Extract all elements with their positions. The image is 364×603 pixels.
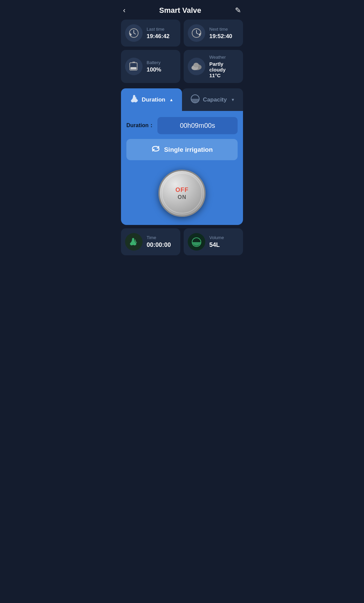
tab-duration[interactable]: Duration ▲ bbox=[121, 88, 182, 111]
next-time-content: Next time 19:52:40 bbox=[209, 27, 232, 40]
next-time-card: Next time 19:52:40 bbox=[184, 20, 243, 47]
last-time-card: Last time 19:46:42 bbox=[121, 20, 180, 47]
weather-value: Partly cloudy 11°C bbox=[209, 61, 238, 78]
capacity-arrow: ▼ bbox=[231, 97, 235, 102]
svg-rect-4 bbox=[130, 67, 136, 69]
duration-label: Duration： bbox=[126, 122, 154, 129]
tab-section: Duration ▲ Capacity ▼ bbox=[121, 88, 243, 111]
irrigation-cycle-icon bbox=[151, 145, 160, 154]
next-time-icon bbox=[188, 24, 205, 42]
battery-icon bbox=[125, 58, 143, 75]
weather-content: Weather Partly cloudy 11°C bbox=[209, 55, 238, 78]
battery-label: Battery bbox=[147, 60, 161, 65]
header: ‹ Smart Valve ✎ bbox=[116, 0, 248, 20]
time-icon bbox=[125, 233, 143, 251]
back-button[interactable]: ‹ bbox=[123, 6, 125, 15]
page-title: Smart Valve bbox=[159, 6, 201, 15]
duration-row: Duration： 00h09m00s bbox=[126, 117, 238, 134]
weather-card: Weather Partly cloudy 11°C bbox=[184, 50, 243, 83]
volume-card: Volume 54L bbox=[184, 228, 243, 255]
svg-point-7 bbox=[193, 63, 199, 67]
time-card: Time 00:00:00 bbox=[121, 228, 180, 255]
duration-arrow: ▲ bbox=[170, 97, 174, 102]
single-irrigation-button[interactable]: Single irrigation bbox=[126, 139, 238, 160]
last-time-value: 19:46:42 bbox=[147, 33, 170, 40]
tab-row: Duration ▲ Capacity ▼ bbox=[121, 88, 243, 111]
bottom-cards-grid: Time 00:00:00 Volume 54L bbox=[116, 225, 248, 262]
tab-capacity[interactable]: Capacity ▼ bbox=[182, 88, 243, 111]
dial-on-label: ON bbox=[178, 194, 186, 200]
time-content: Time 00:00:00 bbox=[147, 235, 171, 249]
svg-rect-3 bbox=[132, 62, 135, 63]
volume-label: Volume bbox=[209, 235, 224, 240]
next-time-value: 19:52:40 bbox=[209, 33, 232, 40]
single-irrigation-label: Single irrigation bbox=[164, 146, 213, 153]
next-time-label: Next time bbox=[209, 27, 232, 32]
main-panel: Duration： 00h09m00s Single irrigation OF… bbox=[121, 111, 243, 225]
info-cards-grid: Last time 19:46:42 Next time 19:52:40 bbox=[116, 20, 248, 87]
capacity-tab-label: Capacity bbox=[203, 96, 227, 103]
duration-value[interactable]: 00h09m00s bbox=[157, 117, 238, 134]
volume-icon bbox=[188, 233, 205, 251]
dial-off-label: OFF bbox=[176, 186, 189, 194]
duration-drops-icon bbox=[130, 94, 139, 105]
time-label: Time bbox=[147, 235, 171, 240]
edit-button[interactable]: ✎ bbox=[235, 6, 241, 15]
capacity-bowl-icon bbox=[190, 94, 200, 106]
duration-tab-label: Duration bbox=[142, 96, 165, 103]
time-value: 00:00:00 bbox=[147, 241, 171, 249]
power-dial[interactable]: OFF ON bbox=[158, 170, 206, 217]
volume-content: Volume 54L bbox=[209, 235, 224, 249]
weather-icon bbox=[188, 58, 205, 75]
last-time-content: Last time 19:46:42 bbox=[147, 27, 170, 40]
last-time-icon bbox=[125, 24, 143, 42]
weather-label: Weather bbox=[209, 55, 238, 60]
last-time-label: Last time bbox=[147, 27, 170, 32]
battery-content: Battery 100% bbox=[147, 60, 161, 73]
dial-container: OFF ON bbox=[126, 170, 238, 217]
battery-card: Battery 100% bbox=[121, 50, 180, 83]
volume-value: 54L bbox=[209, 241, 224, 249]
battery-value: 100% bbox=[147, 66, 161, 73]
